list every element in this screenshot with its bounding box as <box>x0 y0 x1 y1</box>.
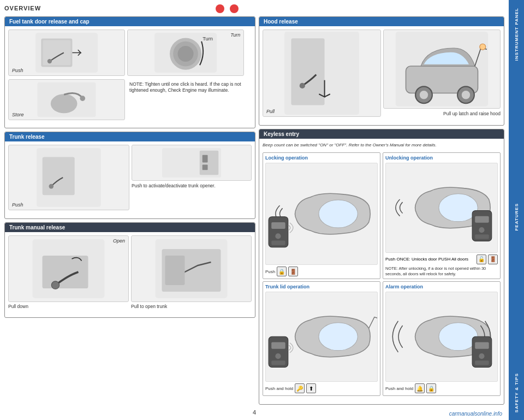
unlock-safety-note: NOTE: After unlocking, if a door is not … <box>385 266 498 277</box>
sidebar-tab-3: SAFETY & TIPS <box>513 370 520 416</box>
svg-rect-2 <box>43 40 70 66</box>
unlocking-illus <box>385 163 498 253</box>
unlocking-bottom: Push ONCE: Unlocks door PUSH All doors 🔓… <box>385 255 498 264</box>
trunk-lid-bottom: Push and hold 🔑 ⬆ <box>265 383 378 393</box>
svg-point-7 <box>178 46 194 62</box>
trunk-activate-illus <box>132 145 252 181</box>
alarm-icon: 🔔 <box>415 383 425 393</box>
trunk-release-section: Trunk release Push <box>4 132 255 219</box>
trunk-open-illus: Open <box>8 235 129 302</box>
fuel-turn-label: Turn <box>230 32 240 38</box>
fuel-turn-illus: Turn Turn <box>127 29 244 76</box>
svg-point-39 <box>275 233 281 239</box>
svg-point-21 <box>51 281 59 289</box>
unlock-btn-note: Push ONCE: Unlocks door PUSH All doors <box>385 257 475 262</box>
fuel-push-illus: Push <box>8 29 125 76</box>
svg-rect-13 <box>43 157 75 195</box>
svg-point-46 <box>319 323 358 351</box>
alarm-operation-cell: Alarm operation <box>383 281 501 396</box>
svg-rect-48 <box>271 342 285 349</box>
fuel-store-illus: Store <box>8 79 125 120</box>
left-column: Fuel tank door release and cap <box>4 16 255 405</box>
svg-rect-16 <box>200 151 218 175</box>
site-logo: carmanualsonline.info <box>449 411 502 417</box>
fuel-push-label: Push <box>12 68 23 73</box>
hood-release-title: Hood release <box>259 17 504 26</box>
sidebar-tab-1: INSTRUMENT PANEL <box>513 4 520 64</box>
svg-text:Turn: Turn <box>203 36 213 42</box>
unlocking-operation-cell: Unlocking operation <box>383 152 501 279</box>
hood-pull-illus: Pull <box>263 29 381 117</box>
keyless-note-text: Beep count can be switched "ON" or "OFF"… <box>263 143 437 147</box>
trunk-key-icon: 🔑 <box>295 383 305 393</box>
fuel-note-text: NOTE: Tighten until one click is heard. … <box>129 81 241 93</box>
svg-rect-38 <box>271 222 285 229</box>
svg-rect-55 <box>475 361 489 365</box>
trunk-lid-title: Trunk lid operation <box>265 284 378 289</box>
alarm-lock-icon: 🔒 <box>426 383 436 393</box>
svg-rect-18 <box>203 164 208 170</box>
svg-rect-40 <box>271 241 285 245</box>
svg-point-54 <box>479 353 484 359</box>
alarm-btn-label: Push and hold <box>385 386 413 391</box>
trunk-lid-icon: ⬆ <box>306 383 316 393</box>
fuel-store-label: Store <box>12 112 24 117</box>
hood-car-illus <box>383 29 501 109</box>
trunk-lid-illus <box>265 292 378 382</box>
keyless-note: Beep count can be switched "ON" or "OFF"… <box>263 142 501 148</box>
right-sidebar: INSTRUMENT PANEL FEATURES SAFETY & TIPS <box>509 0 524 420</box>
hood-pull-label: Pull <box>266 109 275 114</box>
svg-point-35 <box>480 44 486 50</box>
alarm-title: Alarm operation <box>385 284 498 289</box>
svg-point-44 <box>479 227 484 233</box>
trunk-push-illus: Push <box>8 145 129 210</box>
trunk-pull-to-label: Pull to open trunk <box>131 304 252 309</box>
unlock-note-span: Push ONCE: Unlocks door PUSH All doors <box>385 257 468 262</box>
keyless-title: Keyless entry <box>259 129 504 139</box>
trunk-btn-label: Push and hold <box>265 386 293 391</box>
unlocking-title: Unlocking operation <box>385 155 498 161</box>
lock-icon: 🔒 <box>277 267 287 276</box>
svg-point-3 <box>47 59 52 63</box>
trunk-release-title: Trunk release <box>5 132 255 141</box>
svg-point-11 <box>80 96 85 101</box>
page-number: 4 <box>4 408 504 416</box>
svg-point-32 <box>420 91 428 99</box>
svg-point-41 <box>439 194 478 222</box>
trunk-manual-section: Trunk manual release <box>4 222 255 318</box>
svg-rect-43 <box>475 216 489 223</box>
svg-point-51 <box>439 323 478 351</box>
fuel-tank-title: Fuel tank door release and cap <box>5 17 255 26</box>
svg-point-10 <box>51 94 78 113</box>
red-dot-2 <box>230 4 239 13</box>
trunk-pull-down-label: Pull down <box>8 304 129 309</box>
trunk-push-label: Push <box>12 202 23 208</box>
unlock-icon: 🔓 <box>477 255 486 264</box>
trunk-lid-operation-cell: Trunk lid operation <box>263 281 380 396</box>
svg-rect-53 <box>475 342 489 349</box>
trunk-manual-title: Trunk manual release <box>5 223 255 232</box>
alarm-bottom: Push and hold 🔔 🔒 <box>385 383 498 393</box>
fuel-note: NOTE: Tighten until one click is heard. … <box>128 80 243 96</box>
main-content: OVERVIEW Fuel tank door release and cap <box>0 0 509 420</box>
svg-rect-50 <box>271 361 285 365</box>
fuel-tank-section: Fuel tank door release and cap <box>4 16 255 128</box>
hood-pull-up-label: Pull up latch and raise hood <box>383 111 501 117</box>
lock-btn-label: Push <box>265 269 275 274</box>
svg-point-49 <box>275 353 281 359</box>
trunk-activate-label: Push to activate/deactivate trunk opener… <box>132 183 252 189</box>
alarm-illus <box>385 292 498 382</box>
lock-door-icon: 🚪 <box>288 267 298 276</box>
svg-rect-27 <box>291 38 324 105</box>
svg-point-34 <box>462 91 470 99</box>
two-column-layout: Fuel tank door release and cap <box>4 16 504 405</box>
svg-rect-25 <box>165 256 185 285</box>
locking-title: Locking operation <box>265 155 378 161</box>
page: OVERVIEW Fuel tank door release and cap <box>0 0 524 420</box>
hood-release-section: Hood release <box>259 16 504 126</box>
svg-point-14 <box>49 184 54 189</box>
trunk-open-label: Open <box>113 238 125 244</box>
locking-illus <box>265 163 378 265</box>
page-header: OVERVIEW <box>4 5 41 11</box>
svg-point-28 <box>300 83 305 88</box>
